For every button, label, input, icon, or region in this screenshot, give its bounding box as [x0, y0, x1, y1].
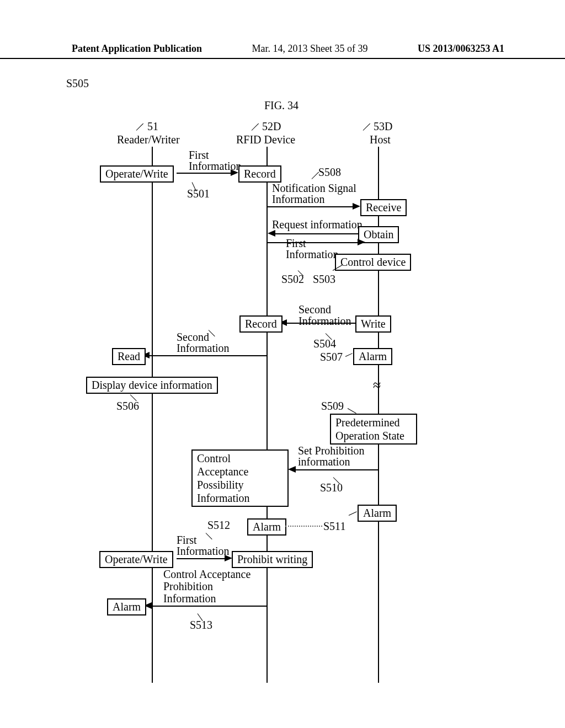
first-info2-l2: Information: [286, 248, 339, 261]
s506: S506: [116, 400, 139, 413]
s513: S513: [190, 619, 212, 631]
cap-info-box: Control Acceptance Possibility Informati…: [191, 449, 289, 507]
display-info-box: Display device information: [86, 377, 218, 394]
write-box: Write: [355, 315, 391, 333]
control-device-box: Control device: [335, 254, 411, 271]
pred-state-l1: Predetermined: [335, 416, 400, 429]
header-mid: Mar. 14, 2013 Sheet 35 of 39: [252, 43, 368, 55]
s503: S503: [313, 273, 335, 286]
header-left: Patent Application Publication: [72, 43, 202, 55]
operate-write-box-2: Operate/Write: [99, 551, 173, 568]
rfid-label: RFID Device: [236, 133, 295, 146]
cap-proh-l1: Control Acceptance: [163, 568, 250, 581]
pred-state-l2: Operation State: [335, 430, 404, 442]
alarm-box-2: Alarm: [358, 505, 397, 522]
cap-info-l1: Control Acceptance: [197, 452, 248, 478]
s504: S504: [313, 338, 336, 350]
rw-num: 51: [147, 120, 158, 133]
alarm-box-3: Alarm: [247, 518, 286, 536]
page-header: Patent Application Publication Mar. 14, …: [0, 43, 565, 59]
req-info: Request information: [272, 218, 363, 231]
time-break-icon: ≈: [373, 377, 381, 394]
host-num: 53D: [374, 120, 392, 133]
figure-canvas: FIG. 34 51 Reader/Writer 52D RFID Device…: [66, 77, 499, 684]
second-info-l2: Information: [299, 315, 351, 328]
first-info3-l2: Information: [177, 545, 230, 558]
cap-proh-l3: Information: [163, 592, 216, 605]
record-box-2: Record: [239, 315, 282, 333]
cap-info-l2: Possibility: [197, 479, 243, 491]
operate-write-box-1: Operate/Write: [100, 165, 174, 183]
s510: S510: [320, 481, 343, 494]
s509: S509: [321, 400, 344, 413]
header-right: US 2013/0063253 A1: [418, 43, 504, 55]
s508: S508: [318, 166, 341, 179]
s505: S505: [66, 77, 499, 90]
receive-box: Receive: [360, 199, 407, 216]
s507: S507: [320, 351, 343, 363]
figure-title: FIG. 34: [237, 99, 326, 112]
host-label: Host: [370, 133, 391, 146]
prohibit-writing-box: Prohibit writing: [232, 551, 313, 568]
alarm-box-4: Alarm: [107, 598, 146, 615]
pred-state-box: Predetermined Operation State: [330, 414, 417, 445]
cap-info-l3: Information: [197, 492, 250, 504]
rw-label: Reader/Writer: [117, 133, 180, 146]
notif-l2: Information: [272, 193, 325, 206]
rfid-num: 52D: [262, 120, 281, 133]
cap-proh-l2: Prohibition: [163, 580, 213, 593]
rw-lifeline: [152, 147, 153, 683]
second-info-l1: Second: [299, 303, 331, 316]
s511: S511: [323, 520, 345, 533]
s512: S512: [207, 519, 230, 532]
s501: S501: [187, 188, 210, 200]
record-box-1: Record: [238, 165, 281, 183]
rfid-lifeline: [266, 147, 268, 683]
alarm-box-1: Alarm: [353, 348, 392, 365]
read-box: Read: [112, 348, 146, 365]
s502: S502: [281, 273, 304, 286]
second-info2-l2: Information: [177, 342, 230, 355]
set-proh-l2: information: [298, 456, 350, 468]
